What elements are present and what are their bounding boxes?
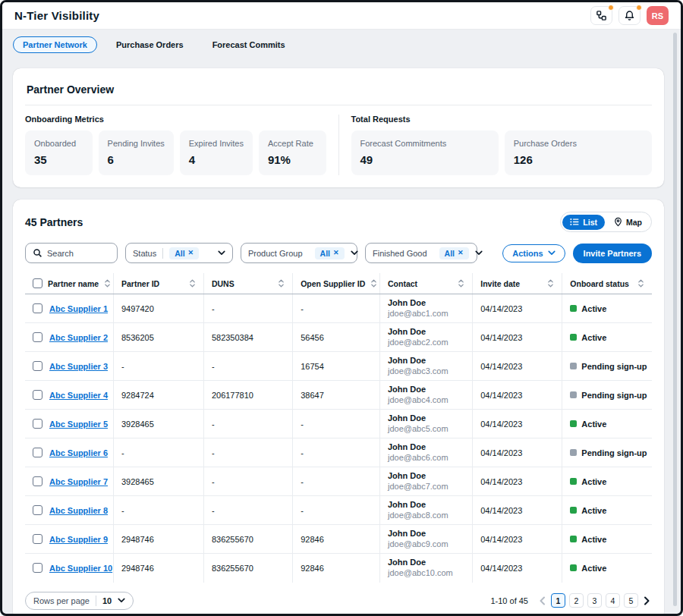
partner-name-link[interactable]: Abc Supplier 4 — [49, 391, 108, 400]
filter-product-group[interactable]: Product Group All ✕ — [241, 243, 357, 263]
column-header-onboard-status[interactable]: Onboard status — [562, 273, 652, 294]
close-icon[interactable]: ✕ — [458, 250, 464, 256]
sort-icon[interactable] — [547, 278, 554, 288]
partner-name-link[interactable]: Abc Supplier 5 — [49, 420, 108, 429]
share-network-button[interactable] — [590, 6, 612, 25]
open-supplier-id-cell: 38647 — [293, 381, 380, 410]
column-header-label: Onboard status — [570, 279, 629, 288]
map-view-toggle[interactable]: Map — [606, 214, 650, 230]
invite-partners-button[interactable]: Invite Partners — [573, 244, 652, 263]
invite-date-cell: 04/14/2023 — [473, 438, 562, 467]
status-cell: Active — [562, 294, 652, 323]
partner-id-cell: - — [113, 438, 203, 467]
sort-icon[interactable] — [189, 278, 196, 288]
partner-id-cell: 2948746 — [113, 554, 203, 583]
metric-label: Expired Invites — [189, 139, 244, 148]
next-page-button[interactable] — [642, 595, 652, 607]
filter-label: Product Group — [248, 249, 303, 258]
table-row: Abc Supplier 7 3928465 - - John Doe jdoe… — [25, 467, 652, 496]
status-cell: Active — [562, 410, 652, 438]
previous-page-button[interactable] — [537, 595, 547, 607]
page-button-2[interactable]: 2 — [569, 593, 584, 608]
sort-icon[interactable] — [458, 278, 464, 288]
table-row: Abc Supplier 9 2948746 836255670 92846 J… — [25, 525, 652, 554]
partner-id-cell: 3928465 — [113, 410, 203, 438]
contact-email: jdoe@abc2.com — [388, 338, 464, 347]
column-header-open-supplier-id[interactable]: Open Supplier ID — [293, 273, 380, 294]
metric-label: Forecast Commitments — [360, 139, 489, 148]
row-checkbox[interactable] — [33, 332, 42, 342]
close-icon[interactable]: ✕ — [188, 250, 194, 256]
user-avatar[interactable]: RS — [647, 6, 669, 25]
row-checkbox[interactable] — [33, 534, 42, 544]
filter-finished-good[interactable]: Finished Good All ✕ — [365, 243, 477, 263]
row-checkbox[interactable] — [33, 476, 42, 486]
sort-icon[interactable] — [637, 278, 644, 288]
status-cell: Active — [562, 323, 652, 352]
page-button-4[interactable]: 4 — [606, 593, 620, 608]
sort-icon[interactable] — [370, 278, 377, 288]
contact-email: jdoe@abc5.com — [388, 424, 464, 434]
tab-bar: Partner NetworkPurchase OrdersForecast C… — [2, 30, 681, 59]
row-checkbox[interactable] — [33, 390, 42, 400]
sort-icon[interactable] — [104, 278, 111, 288]
overview-groups: Onboarding Metrics Onboarded 35 Pending … — [25, 115, 652, 175]
open-supplier-id-cell: - — [293, 294, 380, 323]
column-header-partner-id[interactable]: Partner ID — [113, 273, 203, 294]
filter-bar: Status All ✕ Product Group All ✕ Finishe… — [25, 243, 652, 263]
filter-status[interactable]: Status All ✕ — [125, 243, 233, 263]
list-icon — [570, 218, 579, 226]
tab-purchase-orders[interactable]: Purchase Orders — [106, 36, 194, 53]
partner-name-link[interactable]: Abc Supplier 8 — [49, 506, 108, 515]
row-checkbox[interactable] — [33, 448, 42, 457]
page-button-3[interactable]: 3 — [587, 593, 602, 608]
page-button-5[interactable]: 5 — [624, 593, 638, 608]
column-header-contact[interactable]: Contact — [379, 273, 472, 294]
status-label: Pending sign-up — [581, 391, 647, 400]
metric-value: 91% — [268, 153, 317, 166]
partner-overview-card: Partner Overview Onboarding Metrics Onbo… — [13, 68, 664, 187]
column-header-invite-date[interactable]: Invite date — [473, 273, 562, 294]
status-label: Pending sign-up — [581, 362, 647, 371]
partner-name-link[interactable]: Abc Supplier 6 — [49, 448, 108, 457]
actions-button[interactable]: Actions — [502, 244, 565, 262]
row-checkbox[interactable] — [33, 505, 42, 515]
close-icon[interactable]: ✕ — [333, 250, 339, 256]
page-button-1[interactable]: 1 — [551, 593, 565, 608]
partner-name-link[interactable]: Abc Supplier 10 — [49, 564, 112, 573]
duns-cell: - — [203, 352, 292, 381]
partner-name-link[interactable]: Abc Supplier 2 — [49, 333, 108, 342]
contact-name: John Doe — [388, 298, 464, 308]
top-bar: N-Tier Visibility — [2, 2, 681, 30]
rows-per-page-select[interactable]: Rows per page 10 — [25, 592, 134, 610]
divider — [96, 596, 96, 606]
row-checkbox[interactable] — [33, 303, 42, 313]
sort-icon[interactable] — [278, 278, 285, 288]
tab-forecast-commits[interactable]: Forecast Commits — [203, 36, 295, 53]
vertical-scrollbar[interactable] — [673, 33, 677, 606]
map-pin-icon — [614, 217, 622, 227]
open-supplier-id-cell: 56456 — [293, 323, 380, 352]
metric-label: Pending Invites — [108, 139, 165, 148]
column-header-duns[interactable]: DUNS — [203, 273, 292, 294]
divider — [162, 248, 163, 259]
partner-name-link[interactable]: Abc Supplier 1 — [49, 304, 108, 313]
tab-partner-network[interactable]: Partner Network — [13, 36, 97, 53]
notifications-button[interactable] — [618, 6, 641, 25]
partner-name-link[interactable]: Abc Supplier 9 — [49, 535, 108, 544]
list-view-toggle[interactable]: List — [562, 215, 605, 230]
row-checkbox[interactable] — [33, 563, 42, 573]
row-checkbox[interactable] — [33, 419, 42, 429]
filter-chip-value: All — [175, 249, 184, 258]
search-box[interactable] — [25, 243, 118, 263]
search-input[interactable] — [47, 249, 110, 258]
status-label: Active — [581, 304, 606, 313]
status-cell: Pending sign-up — [562, 352, 652, 381]
row-checkbox[interactable] — [33, 361, 42, 371]
metric-label: Purchase Orders — [514, 139, 643, 148]
partner-name-link[interactable]: Abc Supplier 3 — [49, 362, 108, 371]
metric-tiles: Forecast Commitments 49 Purchase Orders … — [351, 130, 653, 175]
column-header-partner-name[interactable]: Partner name — [25, 273, 113, 294]
partner-name-link[interactable]: Abc Supplier 7 — [49, 477, 108, 486]
select-all-checkbox[interactable] — [33, 278, 42, 288]
